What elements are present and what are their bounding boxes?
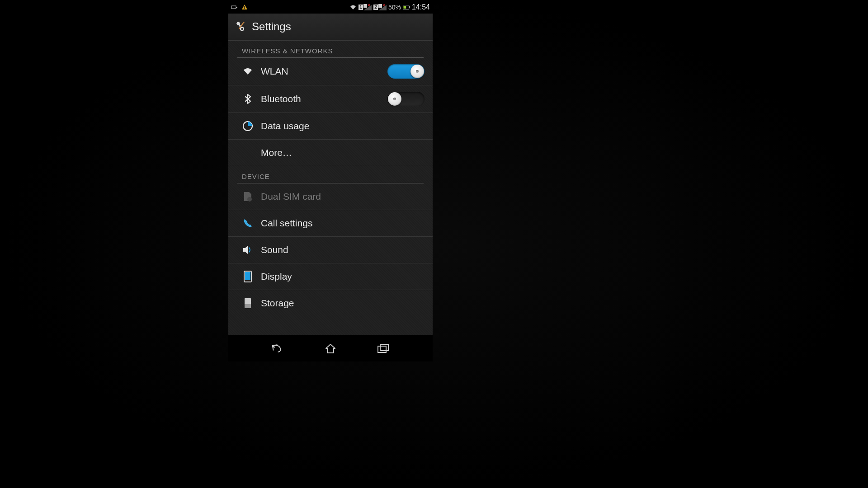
svg-rect-9 [409, 6, 410, 8]
settings-icon [235, 21, 246, 33]
battery-percent: 50% [388, 4, 401, 11]
item-storage[interactable]: Storage [228, 290, 433, 316]
back-button[interactable] [270, 341, 285, 356]
clock: 14:54 [412, 3, 430, 11]
sim2-indicator: 2 ✕ [373, 4, 387, 10]
wifi-icon [242, 66, 254, 77]
item-bluetooth-label: Bluetooth [261, 94, 380, 104]
warning-icon [241, 4, 248, 10]
item-call-settings[interactable]: Call settings [228, 210, 433, 237]
battery-icon [403, 4, 410, 10]
recent-apps-button[interactable] [376, 341, 391, 356]
wifi-icon [349, 4, 357, 10]
svg-rect-19 [245, 304, 251, 308]
storage-icon [242, 297, 254, 309]
section-wireless-label: WIRELESS & NETWORKS [228, 41, 433, 57]
data-usage-icon [242, 120, 254, 132]
status-bar: 1 ✕ 2 ✕ 50% 14:54 [228, 1, 433, 14]
svg-rect-1 [236, 7, 237, 8]
item-more-label: More… [261, 147, 425, 158]
usb-icon [231, 4, 238, 10]
home-button[interactable] [323, 341, 338, 356]
svg-rect-6 [378, 4, 382, 8]
phone-icon [242, 217, 254, 229]
phone-screen: 1 ✕ 2 ✕ 50% 14:54 [228, 1, 433, 361]
bluetooth-toggle[interactable] [387, 92, 425, 106]
item-more[interactable]: More… [228, 140, 433, 166]
item-dual-sim-label: Dual SIM card [261, 191, 425, 202]
svg-rect-2 [244, 6, 245, 8]
item-display[interactable]: Display [228, 263, 433, 290]
svg-rect-20 [378, 346, 386, 352]
navigation-bar [228, 335, 433, 361]
display-icon [242, 271, 254, 282]
item-sound[interactable]: Sound [228, 237, 433, 263]
page-title: Settings [252, 20, 291, 33]
item-sound-label: Sound [261, 244, 425, 255]
svg-rect-4 [363, 4, 367, 8]
svg-point-15 [247, 197, 252, 202]
item-display-label: Display [261, 271, 425, 282]
svg-rect-21 [380, 344, 388, 351]
svg-rect-0 [231, 6, 236, 9]
item-data-usage-label: Data usage [261, 121, 425, 131]
item-wlan-label: WLAN [261, 66, 380, 77]
sim1-indicator: 1 ✕ [359, 4, 372, 10]
item-bluetooth[interactable]: Bluetooth [228, 85, 433, 113]
svg-rect-3 [244, 8, 245, 9]
sim-icon [242, 191, 254, 202]
item-storage-label: Storage [261, 298, 425, 309]
item-data-usage[interactable]: Data usage [228, 113, 433, 140]
wlan-toggle[interactable] [387, 64, 425, 79]
bluetooth-icon [242, 93, 254, 105]
app-header: Settings [228, 14, 433, 41]
item-wlan[interactable]: WLAN [228, 58, 433, 85]
sound-icon [242, 244, 254, 256]
section-device-label: DEVICE [228, 166, 433, 183]
svg-rect-17 [245, 272, 250, 280]
item-dual-sim: Dual SIM card [228, 183, 433, 210]
item-call-settings-label: Call settings [261, 218, 425, 229]
svg-rect-10 [403, 6, 406, 9]
settings-app: Settings WIRELESS & NETWORKS WLAN Blueto… [228, 14, 433, 335]
